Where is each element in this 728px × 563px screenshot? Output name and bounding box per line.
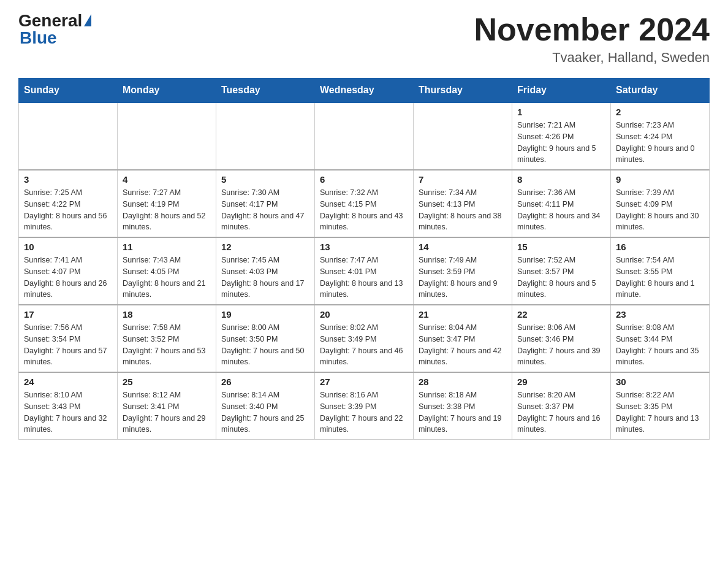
day-number: 15: [517, 242, 605, 252]
day-info: Sunrise: 7:43 AMSunset: 4:05 PMDaylight:…: [123, 255, 211, 301]
day-info: Sunrise: 7:41 AMSunset: 4:07 PMDaylight:…: [24, 255, 112, 301]
calendar-cell: 30Sunrise: 8:22 AMSunset: 3:35 PMDayligh…: [611, 372, 710, 440]
day-number: 1: [517, 107, 605, 117]
calendar-cell: 29Sunrise: 8:20 AMSunset: 3:37 PMDayligh…: [512, 372, 611, 440]
calendar-week-1: 1Sunrise: 7:21 AMSunset: 4:26 PMDaylight…: [19, 102, 710, 170]
day-number: 22: [517, 309, 605, 320]
day-number: 2: [616, 107, 704, 117]
day-info: Sunrise: 8:18 AMSunset: 3:38 PMDaylight:…: [419, 389, 507, 435]
day-number: 25: [123, 377, 211, 387]
calendar-cell: 13Sunrise: 7:47 AMSunset: 4:01 PMDayligh…: [315, 237, 414, 305]
calendar-week-2: 3Sunrise: 7:25 AMSunset: 4:22 PMDaylight…: [19, 170, 710, 237]
day-info: Sunrise: 7:56 AMSunset: 3:54 PMDaylight:…: [24, 322, 112, 368]
calendar-cell: 17Sunrise: 7:56 AMSunset: 3:54 PMDayligh…: [19, 305, 118, 372]
day-info: Sunrise: 7:30 AMSunset: 4:17 PMDaylight:…: [221, 187, 309, 233]
calendar-cell: [118, 102, 216, 170]
calendar-cell: 4Sunrise: 7:27 AMSunset: 4:19 PMDaylight…: [118, 170, 216, 237]
calendar-cell: 7Sunrise: 7:34 AMSunset: 4:13 PMDaylight…: [414, 170, 512, 237]
logo-blue: Blue: [20, 28, 57, 48]
day-info: Sunrise: 7:34 AMSunset: 4:13 PMDaylight:…: [419, 187, 507, 233]
day-info: Sunrise: 8:10 AMSunset: 3:43 PMDaylight:…: [24, 389, 112, 435]
day-info: Sunrise: 8:12 AMSunset: 3:41 PMDaylight:…: [123, 389, 211, 435]
day-number: 7: [419, 174, 507, 185]
day-number: 3: [24, 174, 112, 185]
weekday-header-friday: Friday: [512, 79, 611, 103]
calendar-cell: 24Sunrise: 8:10 AMSunset: 3:43 PMDayligh…: [19, 372, 118, 440]
day-number: 21: [419, 309, 507, 320]
day-number: 24: [24, 377, 112, 387]
day-number: 28: [419, 377, 507, 387]
calendar-cell: 10Sunrise: 7:41 AMSunset: 4:07 PMDayligh…: [19, 237, 118, 305]
day-number: 14: [419, 242, 507, 252]
day-number: 17: [24, 309, 112, 320]
day-info: Sunrise: 7:45 AMSunset: 4:03 PMDaylight:…: [221, 255, 309, 301]
calendar-week-4: 17Sunrise: 7:56 AMSunset: 3:54 PMDayligh…: [19, 305, 710, 372]
calendar-table: SundayMondayTuesdayWednesdayThursdayFrid…: [18, 78, 710, 440]
location-title: Tvaaker, Halland, Sweden: [474, 50, 710, 66]
calendar-cell: 12Sunrise: 7:45 AMSunset: 4:03 PMDayligh…: [216, 237, 315, 305]
day-number: 20: [320, 309, 408, 320]
day-info: Sunrise: 7:36 AMSunset: 4:11 PMDaylight:…: [517, 187, 605, 233]
weekday-header-monday: Monday: [118, 79, 216, 103]
calendar-cell: 6Sunrise: 7:32 AMSunset: 4:15 PMDaylight…: [315, 170, 414, 237]
day-info: Sunrise: 8:16 AMSunset: 3:39 PMDaylight:…: [320, 389, 408, 435]
calendar-week-3: 10Sunrise: 7:41 AMSunset: 4:07 PMDayligh…: [19, 237, 710, 305]
calendar-cell: [216, 102, 315, 170]
day-number: 26: [221, 377, 309, 387]
weekday-header-thursday: Thursday: [414, 79, 512, 103]
calendar-cell: 16Sunrise: 7:54 AMSunset: 3:55 PMDayligh…: [611, 237, 710, 305]
day-info: Sunrise: 8:22 AMSunset: 3:35 PMDaylight:…: [616, 389, 704, 435]
calendar-cell: 22Sunrise: 8:06 AMSunset: 3:46 PMDayligh…: [512, 305, 611, 372]
day-info: Sunrise: 8:04 AMSunset: 3:47 PMDaylight:…: [419, 322, 507, 368]
calendar-cell: 2Sunrise: 7:23 AMSunset: 4:24 PMDaylight…: [611, 102, 710, 170]
calendar-cell: 9Sunrise: 7:39 AMSunset: 4:09 PMDaylight…: [611, 170, 710, 237]
logo-triangle-icon: [84, 14, 91, 26]
day-number: 11: [123, 242, 211, 252]
weekday-header-saturday: Saturday: [611, 79, 710, 103]
day-number: 13: [320, 242, 408, 252]
day-info: Sunrise: 7:21 AMSunset: 4:26 PMDaylight:…: [517, 120, 605, 166]
calendar-cell: 23Sunrise: 8:08 AMSunset: 3:44 PMDayligh…: [611, 305, 710, 372]
page-header: General Blue November 2024 Tvaaker, Hall…: [18, 12, 710, 66]
calendar-cell: [414, 102, 512, 170]
calendar-cell: 8Sunrise: 7:36 AMSunset: 4:11 PMDaylight…: [512, 170, 611, 237]
day-info: Sunrise: 7:49 AMSunset: 3:59 PMDaylight:…: [419, 255, 507, 301]
calendar-cell: 11Sunrise: 7:43 AMSunset: 4:05 PMDayligh…: [118, 237, 216, 305]
day-info: Sunrise: 7:25 AMSunset: 4:22 PMDaylight:…: [24, 187, 112, 233]
day-number: 10: [24, 242, 112, 252]
calendar-cell: 26Sunrise: 8:14 AMSunset: 3:40 PMDayligh…: [216, 372, 315, 440]
day-number: 12: [221, 242, 309, 252]
day-info: Sunrise: 7:58 AMSunset: 3:52 PMDaylight:…: [123, 322, 211, 368]
calendar-cell: 20Sunrise: 8:02 AMSunset: 3:49 PMDayligh…: [315, 305, 414, 372]
day-number: 16: [616, 242, 704, 252]
day-number: 19: [221, 309, 309, 320]
calendar-cell: 14Sunrise: 7:49 AMSunset: 3:59 PMDayligh…: [414, 237, 512, 305]
weekday-header-sunday: Sunday: [19, 79, 118, 103]
day-info: Sunrise: 7:47 AMSunset: 4:01 PMDaylight:…: [320, 255, 408, 301]
day-number: 27: [320, 377, 408, 387]
day-number: 9: [616, 174, 704, 185]
logo-general: General: [18, 12, 82, 29]
day-number: 29: [517, 377, 605, 387]
calendar-cell: [19, 102, 118, 170]
day-number: 30: [616, 377, 704, 387]
calendar-cell: 25Sunrise: 8:12 AMSunset: 3:41 PMDayligh…: [118, 372, 216, 440]
calendar-cell: 5Sunrise: 7:30 AMSunset: 4:17 PMDaylight…: [216, 170, 315, 237]
month-title: November 2024: [474, 12, 710, 47]
calendar-cell: [315, 102, 414, 170]
day-info: Sunrise: 8:20 AMSunset: 3:37 PMDaylight:…: [517, 389, 605, 435]
day-info: Sunrise: 8:06 AMSunset: 3:46 PMDaylight:…: [517, 322, 605, 368]
day-number: 18: [123, 309, 211, 320]
day-number: 8: [517, 174, 605, 185]
day-number: 23: [616, 309, 704, 320]
calendar-cell: 21Sunrise: 8:04 AMSunset: 3:47 PMDayligh…: [414, 305, 512, 372]
calendar-cell: 28Sunrise: 8:18 AMSunset: 3:38 PMDayligh…: [414, 372, 512, 440]
day-info: Sunrise: 7:32 AMSunset: 4:15 PMDaylight:…: [320, 187, 408, 233]
day-info: Sunrise: 7:54 AMSunset: 3:55 PMDaylight:…: [616, 255, 704, 301]
weekday-header-tuesday: Tuesday: [216, 79, 315, 103]
calendar-cell: 19Sunrise: 8:00 AMSunset: 3:50 PMDayligh…: [216, 305, 315, 372]
calendar-week-5: 24Sunrise: 8:10 AMSunset: 3:43 PMDayligh…: [19, 372, 710, 440]
day-info: Sunrise: 7:39 AMSunset: 4:09 PMDaylight:…: [616, 187, 704, 233]
day-info: Sunrise: 8:14 AMSunset: 3:40 PMDaylight:…: [221, 389, 309, 435]
weekday-header-row: SundayMondayTuesdayWednesdayThursdayFrid…: [19, 79, 710, 103]
